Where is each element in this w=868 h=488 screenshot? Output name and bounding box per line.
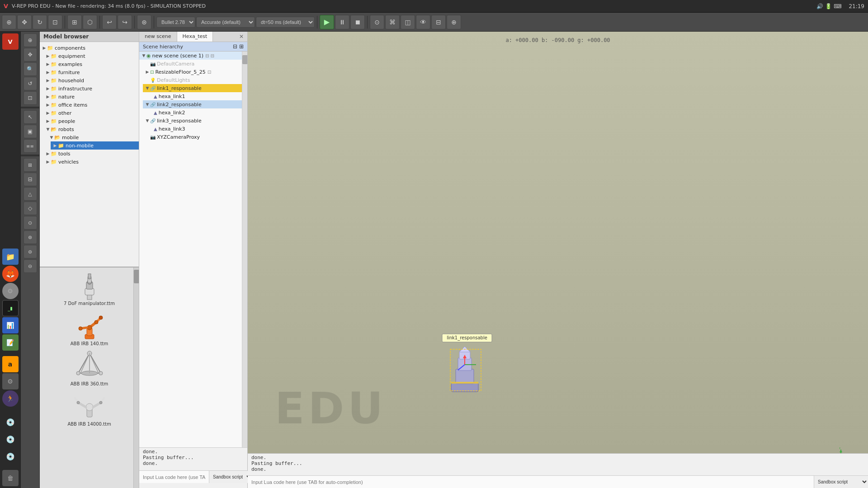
tree-item-nature[interactable]: ▶ 📁 nature: [43, 93, 139, 101]
toolbar-view1-btn[interactable]: ⊙: [370, 15, 384, 29]
scene-tree-default-lights[interactable]: 💡 DefaultLights: [143, 76, 247, 84]
scene-tree-link1[interactable]: ▼ 🔗 link1_responsable: [143, 84, 247, 92]
simulation-play-btn[interactable]: ▶: [320, 15, 334, 29]
physics-engine-select[interactable]: Bullet 2.78: [156, 17, 195, 28]
scene-tree-xyz-camera[interactable]: 📷 XYZCameraProxy: [143, 133, 247, 141]
vtb-btn-4[interactable]: ↺: [24, 77, 37, 90]
accuracy-select[interactable]: Accurate (default): [196, 17, 255, 28]
tree-item-office-items[interactable]: ▶ 📁 office items: [43, 101, 139, 109]
toolbar-view5-btn[interactable]: ⊟: [431, 15, 446, 29]
viewport-script-select[interactable]: Sandbox script: [814, 476, 868, 488]
toolbar-move-btn[interactable]: ⊕: [2, 15, 16, 29]
toolbar-extra1-btn[interactable]: ⊛: [137, 15, 151, 29]
dock-firefox-icon[interactable]: 🦊: [2, 266, 19, 282]
tree-item-examples[interactable]: ▶ 📁 examples: [43, 60, 139, 68]
dock-presentation-icon[interactable]: 📊: [2, 317, 19, 333]
tree-item-household[interactable]: ▶ 📁 household: [43, 76, 139, 84]
vtb-btn-8[interactable]: ≡≡: [24, 139, 37, 153]
tree-item-components[interactable]: ▶ 📁 components: [40, 44, 139, 52]
tree-item-mobile[interactable]: ▼ 📂 mobile: [47, 133, 139, 141]
link2-icon: 🔗: [150, 102, 156, 107]
scene-tree-link3[interactable]: ▼ 🔗 link3_responsable: [143, 117, 247, 125]
scene-tree-new-scene[interactable]: ▼ ◉ new scene (scene 1) ⊟ ⊟: [139, 52, 247, 60]
vtb-btn-9[interactable]: ⊞: [24, 158, 37, 172]
toolbar-redo-btn[interactable]: ↪: [118, 15, 132, 29]
toolbar-view3-btn[interactable]: ◫: [401, 15, 415, 29]
toolbar-view2-btn[interactable]: ⌘: [385, 15, 400, 29]
scene-tree-hexa-link2[interactable]: ▲ hexa_link2: [146, 108, 247, 117]
tab-hexa-test[interactable]: Hexa_test: [177, 32, 213, 42]
vtb-btn-5[interactable]: ⊡: [24, 91, 37, 105]
thumbnail-7dof[interactable]: 7 DoF manipulator.ttm: [40, 267, 139, 308]
tree-item-robots[interactable]: ▼ 📂 robots: [43, 125, 139, 133]
viewport-3d[interactable]: a: +000.00 b: -090.00 g: +000.00 EDU lin…: [248, 32, 868, 488]
dock-disk1-icon[interactable]: 💿: [2, 414, 19, 430]
tree-item-infrastructure[interactable]: ▶ 📁 infrastructure: [43, 84, 139, 93]
scene-tree-hexa-link3[interactable]: ▲ hexa_link3: [146, 125, 247, 133]
toolbar-assemble-btn[interactable]: ⊞: [67, 15, 82, 29]
scene-tree-default-camera[interactable]: 📷 DefaultCamera: [143, 60, 247, 68]
folder-icon: 📁: [51, 78, 57, 84]
vtb-btn-10[interactable]: ⊟: [24, 173, 37, 186]
scene-tree-floor[interactable]: ▶ ⊡ ResizableFloor_5_25 ⊡: [143, 68, 247, 76]
viewport-console-input-row: Sandbox script: [248, 475, 868, 488]
dock-vrep-icon[interactable]: V: [2, 33, 19, 50]
console-input-field[interactable]: [139, 471, 209, 483]
vtb-btn-2[interactable]: ✥: [24, 48, 37, 61]
vtb-btn-13[interactable]: ⊙: [24, 216, 37, 230]
console-output: done. Pasting buffer... done.: [139, 448, 247, 470]
viewport-console-input[interactable]: [248, 476, 814, 488]
dock-trash-icon[interactable]: 🗑: [2, 470, 19, 486]
svg-point-20: [99, 371, 103, 375]
tree-item-furniture[interactable]: ▶ 📁 furniture: [43, 68, 139, 76]
scene-panel-close-btn[interactable]: ✕: [236, 32, 247, 42]
simulation-stop-btn[interactable]: ⏹: [350, 15, 365, 29]
tree-item-non-mobile[interactable]: ▶ 📁 non-mobile: [51, 141, 139, 150]
dock-runner-icon[interactable]: 🏃: [2, 390, 19, 407]
dock-disk2-icon[interactable]: 💿: [2, 431, 19, 447]
vtb-btn-7[interactable]: ▣: [24, 125, 37, 138]
simulation-pause-btn[interactable]: ⏸: [335, 15, 349, 29]
dock-settings2-icon[interactable]: ⚙: [2, 373, 19, 389]
tree-item-people[interactable]: ▶ 📁 people: [43, 117, 139, 125]
dock-sheets-icon[interactable]: 📝: [2, 334, 19, 351]
vtb-btn-14[interactable]: ⊛: [24, 230, 37, 244]
vtb-btn-11[interactable]: △: [24, 187, 37, 201]
thumb-scrollbar-handle[interactable]: [134, 270, 139, 283]
timestep-select[interactable]: dt=50 ms (default): [256, 17, 315, 28]
vtb-btn-1[interactable]: ⊕: [24, 33, 37, 47]
vtb-btn-15[interactable]: ⊜: [24, 245, 37, 258]
dock-terminal-icon[interactable]: _▮: [2, 300, 19, 316]
vtb-btn-6[interactable]: ↖: [24, 110, 37, 124]
thumb-scrollbar[interactable]: [133, 267, 139, 488]
tree-item-vehicles[interactable]: ▶ 📁 vehicles: [43, 158, 139, 166]
console-script-select[interactable]: Sandbox script: [209, 471, 252, 483]
dock-disk3-icon[interactable]: 💿: [2, 448, 19, 465]
tree-item-equipment[interactable]: ▶ 📁 equipment: [43, 52, 139, 60]
thumbnail-abb140[interactable]: ABB IRB 140.ttm: [40, 308, 139, 348]
tab-new-scene[interactable]: new scene: [139, 32, 177, 42]
toolbar-view4-btn[interactable]: 👁: [416, 15, 430, 29]
toolbar-rotate-btn[interactable]: ↻: [33, 15, 47, 29]
scene-scrollbar[interactable]: [242, 52, 247, 447]
vtb-btn-16[interactable]: ⊝: [24, 259, 37, 273]
scene-tree-hexa-link1[interactable]: ▲ hexa_link1: [146, 92, 247, 100]
thumb-label-abb14000: ABB IRB 14000.ttm: [67, 422, 111, 427]
scene-scrollbar-handle[interactable]: [242, 55, 247, 64]
dock-amazon-icon[interactable]: a: [2, 356, 19, 372]
toolbar-translate-btn[interactable]: ✥: [17, 15, 32, 29]
tree-item-other[interactable]: ▶ 📁 other: [43, 109, 139, 117]
thumbnail-abb360[interactable]: ABB IRB 360.ttm: [40, 348, 139, 388]
toolbar-dna-btn[interactable]: ⬡: [83, 15, 97, 29]
toolbar-undo-btn[interactable]: ↩: [102, 15, 117, 29]
scene-tree-link2[interactable]: ▼ 🔗 link2_responsable: [143, 100, 247, 108]
tree-item-tools[interactable]: ▶ 📁 tools: [43, 150, 139, 158]
vtb-btn-12[interactable]: ◇: [24, 202, 37, 215]
toolbar-view6-btn[interactable]: ⊕: [447, 15, 461, 29]
thumbnail-abb14000[interactable]: ABB IRB 14000.ttm: [40, 388, 139, 428]
toolbar-scale-btn[interactable]: ⊡: [48, 15, 62, 29]
model-browser-title: Model browser: [43, 33, 89, 40]
dock-files-icon[interactable]: 📁: [2, 249, 19, 265]
vtb-btn-3[interactable]: 🔍: [24, 62, 37, 76]
dock-settings-icon[interactable]: ⚙: [2, 283, 19, 299]
